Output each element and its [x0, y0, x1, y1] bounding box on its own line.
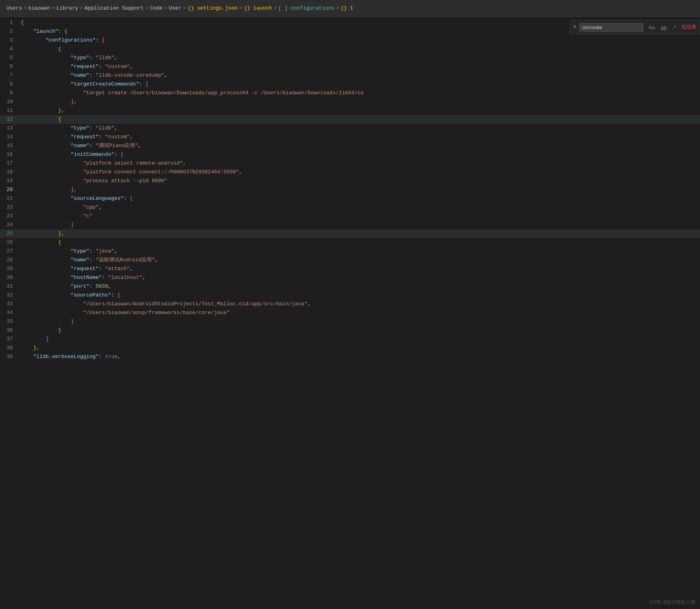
line-number-1: 1: [0, 18, 19, 27]
line-content-24: ]: [19, 221, 700, 229]
search-bar: > Aa ab .* 无结果: [570, 20, 700, 34]
token: ,: [114, 125, 117, 131]
line-number-6: 6: [0, 62, 19, 71]
line-content-4: {: [19, 45, 700, 54]
line-number-17: 17: [0, 159, 19, 168]
bc-configurations: [ ] configurations: [278, 5, 334, 11]
token: {: [64, 28, 68, 34]
line-number-22: 22: [0, 203, 19, 212]
line-19: 19 "process attach --pid 9690": [0, 177, 700, 185]
line-number-8: 8: [0, 80, 19, 89]
token: "lldb.verboseLogging":: [21, 354, 105, 360]
token: ],: [21, 187, 77, 193]
line-number-37: 37: [0, 335, 19, 344]
token: "name":: [21, 257, 95, 263]
line-content-15: "name": "调试Piano应用",: [19, 141, 700, 150]
token: ,: [138, 143, 141, 149]
breadcrumb: Users > biaowan > Library > Application …: [0, 0, 700, 17]
line-number-36: 36: [0, 326, 19, 335]
token: ,: [114, 55, 117, 61]
bc-item1: {} 1: [341, 5, 353, 11]
line-31: 31 "port": 5039,: [0, 282, 700, 291]
line-content-14: "request": "custom",: [19, 133, 700, 141]
line-4: 4 {: [0, 45, 700, 54]
token: ,: [108, 283, 111, 289]
line-3: 3 "configurations": [: [0, 36, 700, 45]
match-case-button[interactable]: Aa: [646, 24, 657, 31]
token: }: [21, 327, 61, 333]
token: "/Users/biaowan/aosp/frameworks/base/cor…: [21, 310, 230, 316]
line-content-31: "port": 5039,: [19, 282, 700, 291]
bc-code: Code: [150, 5, 163, 11]
line-13: 13 "type": "lldb",: [0, 124, 700, 133]
token: ,: [164, 72, 167, 78]
token: },: [21, 345, 40, 351]
line-content-30: "hostName": "localhost",: [19, 273, 700, 282]
line-content-18: "platform connect connect://P000037N2038…: [19, 168, 700, 177]
line-number-33: 33: [0, 300, 19, 308]
token: "sourcePaths":: [21, 292, 117, 298]
line-number-35: 35: [0, 317, 19, 326]
line-content-28: "name": "远程调试Android应用",: [19, 256, 700, 265]
line-content-3: "configurations": [: [19, 36, 700, 45]
line-content-19: "process attach --pid 9690": [19, 177, 700, 185]
line-35: 35 ]: [0, 317, 700, 326]
line-18: 18 "platform connect connect://P000037N2…: [0, 168, 700, 177]
line-number-2: 2: [0, 27, 19, 36]
line-number-9: 9: [0, 89, 19, 98]
token: [: [121, 151, 124, 157]
line-number-3: 3: [0, 36, 19, 45]
token: 5039: [95, 283, 108, 289]
line-5: 5 "type": "lldb",: [0, 54, 700, 62]
sep-8: >: [274, 5, 277, 11]
token: "request":: [21, 266, 105, 272]
line-number-23: 23: [0, 212, 19, 221]
editor-container: Users > biaowan > Library > Application …: [0, 0, 700, 361]
line-content-8: "targetCreateCommands": [: [19, 80, 700, 89]
token: {: [21, 239, 61, 245]
line-content-12: {: [19, 115, 700, 124]
token: "attach": [105, 266, 130, 272]
line-number-39: 39: [0, 352, 19, 361]
line-content-11: },: [19, 106, 700, 115]
line-content-22: "cpp",: [19, 203, 700, 212]
line-number-7: 7: [0, 71, 19, 80]
line-39: 39 "lldb.verboseLogging": true,: [0, 352, 700, 361]
line-number-15: 15: [0, 141, 19, 150]
line-11: 11 },: [0, 106, 700, 115]
line-content-7: "name": "lldb-vscode-coredump",: [19, 71, 700, 80]
line-content-36: }: [19, 326, 700, 335]
line-number-28: 28: [0, 256, 19, 265]
line-number-16: 16: [0, 150, 19, 159]
line-number-27: 27: [0, 247, 19, 256]
no-result-label: 无结果: [681, 24, 696, 31]
token: "type":: [21, 125, 95, 131]
search-options: Aa ab .*: [646, 24, 678, 31]
token: "/Users/biaowan/AndroidStudioProjects/Te…: [21, 301, 308, 307]
line-17: 17 "platform select remote-android",: [0, 159, 700, 168]
token: ]: [21, 318, 74, 324]
token: "launch":: [21, 28, 64, 34]
token: ,: [114, 248, 117, 254]
token: "target create /Users/biaowan/Downloads/…: [21, 90, 364, 96]
sep-1: >: [24, 5, 27, 11]
token: "type":: [21, 55, 95, 61]
token: [: [117, 292, 121, 298]
line-number-29: 29: [0, 265, 19, 273]
token: },: [21, 107, 64, 113]
token: "process attach --pid 9690": [21, 178, 167, 184]
token: [21, 99, 71, 105]
bc-settings: {} settings.json: [188, 5, 238, 11]
line-number-11: 11: [0, 106, 19, 115]
line-number-26: 26: [0, 238, 19, 247]
whole-word-button[interactable]: ab: [658, 24, 668, 31]
token: ,: [99, 204, 102, 210]
regex-button[interactable]: .*: [670, 24, 678, 31]
line-24: 24 ]: [0, 221, 700, 229]
search-input[interactable]: [579, 23, 643, 32]
line-content-6: "request": "custom",: [19, 62, 700, 71]
line-number-5: 5: [0, 54, 19, 62]
line-content-26: {: [19, 238, 700, 247]
line-20: 20 ],: [0, 185, 700, 194]
token: "port":: [21, 283, 95, 289]
